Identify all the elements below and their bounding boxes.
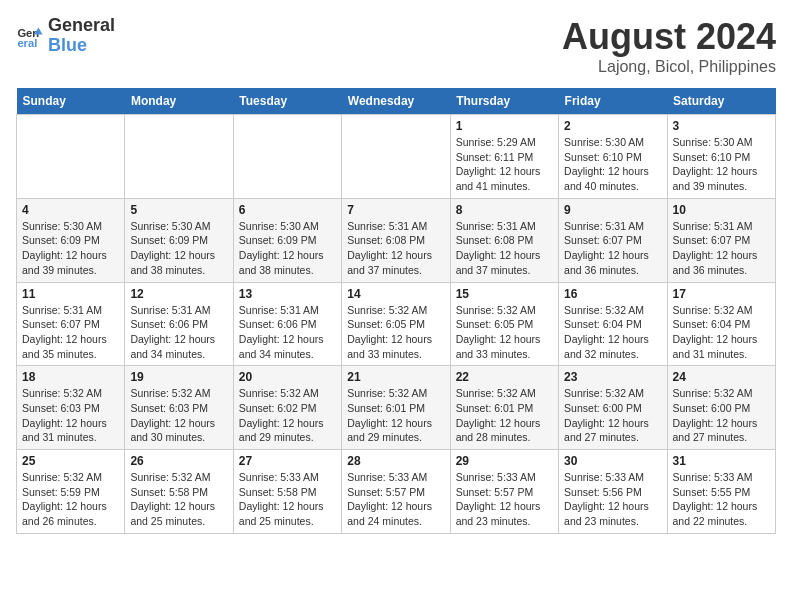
calendar-week-row: 18Sunrise: 5:32 AM Sunset: 6:03 PM Dayli…: [17, 366, 776, 450]
calendar-day-cell: 11Sunrise: 5:31 AM Sunset: 6:07 PM Dayli…: [17, 282, 125, 366]
day-number: 24: [673, 370, 770, 384]
day-info: Sunrise: 5:33 AM Sunset: 5:57 PM Dayligh…: [347, 470, 444, 529]
calendar-day-cell: 26Sunrise: 5:32 AM Sunset: 5:58 PM Dayli…: [125, 450, 233, 534]
day-number: 4: [22, 203, 119, 217]
day-info: Sunrise: 5:31 AM Sunset: 6:07 PM Dayligh…: [22, 303, 119, 362]
weekday-header-thursday: Thursday: [450, 88, 558, 115]
day-info: Sunrise: 5:33 AM Sunset: 5:57 PM Dayligh…: [456, 470, 553, 529]
calendar-day-cell: 3Sunrise: 5:30 AM Sunset: 6:10 PM Daylig…: [667, 115, 775, 199]
day-number: 9: [564, 203, 661, 217]
calendar-day-cell: [233, 115, 341, 199]
day-info: Sunrise: 5:32 AM Sunset: 6:05 PM Dayligh…: [347, 303, 444, 362]
calendar-day-cell: 23Sunrise: 5:32 AM Sunset: 6:00 PM Dayli…: [559, 366, 667, 450]
logo-icon: Gen eral: [16, 22, 44, 50]
calendar-day-cell: 10Sunrise: 5:31 AM Sunset: 6:07 PM Dayli…: [667, 198, 775, 282]
day-info: Sunrise: 5:30 AM Sunset: 6:10 PM Dayligh…: [564, 135, 661, 194]
calendar-week-row: 1Sunrise: 5:29 AM Sunset: 6:11 PM Daylig…: [17, 115, 776, 199]
day-number: 10: [673, 203, 770, 217]
calendar-week-row: 4Sunrise: 5:30 AM Sunset: 6:09 PM Daylig…: [17, 198, 776, 282]
day-number: 21: [347, 370, 444, 384]
calendar-day-cell: 30Sunrise: 5:33 AM Sunset: 5:56 PM Dayli…: [559, 450, 667, 534]
day-number: 7: [347, 203, 444, 217]
calendar-day-cell: 6Sunrise: 5:30 AM Sunset: 6:09 PM Daylig…: [233, 198, 341, 282]
day-info: Sunrise: 5:32 AM Sunset: 5:58 PM Dayligh…: [130, 470, 227, 529]
calendar-day-cell: 8Sunrise: 5:31 AM Sunset: 6:08 PM Daylig…: [450, 198, 558, 282]
calendar-day-cell: [342, 115, 450, 199]
day-number: 2: [564, 119, 661, 133]
day-number: 26: [130, 454, 227, 468]
day-number: 20: [239, 370, 336, 384]
day-info: Sunrise: 5:31 AM Sunset: 6:06 PM Dayligh…: [239, 303, 336, 362]
logo: Gen eral General Blue: [16, 16, 115, 56]
day-info: Sunrise: 5:31 AM Sunset: 6:08 PM Dayligh…: [456, 219, 553, 278]
day-info: Sunrise: 5:31 AM Sunset: 6:07 PM Dayligh…: [673, 219, 770, 278]
day-number: 18: [22, 370, 119, 384]
weekday-header-wednesday: Wednesday: [342, 88, 450, 115]
day-number: 8: [456, 203, 553, 217]
day-info: Sunrise: 5:33 AM Sunset: 5:56 PM Dayligh…: [564, 470, 661, 529]
calendar-table: SundayMondayTuesdayWednesdayThursdayFrid…: [16, 88, 776, 534]
calendar-day-cell: 25Sunrise: 5:32 AM Sunset: 5:59 PM Dayli…: [17, 450, 125, 534]
calendar-title: August 2024: [562, 16, 776, 58]
day-info: Sunrise: 5:30 AM Sunset: 6:09 PM Dayligh…: [130, 219, 227, 278]
calendar-day-cell: 31Sunrise: 5:33 AM Sunset: 5:55 PM Dayli…: [667, 450, 775, 534]
day-number: 3: [673, 119, 770, 133]
day-info: Sunrise: 5:33 AM Sunset: 5:58 PM Dayligh…: [239, 470, 336, 529]
calendar-day-cell: 16Sunrise: 5:32 AM Sunset: 6:04 PM Dayli…: [559, 282, 667, 366]
day-info: Sunrise: 5:33 AM Sunset: 5:55 PM Dayligh…: [673, 470, 770, 529]
calendar-day-cell: 22Sunrise: 5:32 AM Sunset: 6:01 PM Dayli…: [450, 366, 558, 450]
day-info: Sunrise: 5:30 AM Sunset: 6:09 PM Dayligh…: [239, 219, 336, 278]
day-number: 11: [22, 287, 119, 301]
day-info: Sunrise: 5:32 AM Sunset: 6:02 PM Dayligh…: [239, 386, 336, 445]
day-number: 29: [456, 454, 553, 468]
day-info: Sunrise: 5:29 AM Sunset: 6:11 PM Dayligh…: [456, 135, 553, 194]
day-info: Sunrise: 5:32 AM Sunset: 6:01 PM Dayligh…: [347, 386, 444, 445]
day-info: Sunrise: 5:32 AM Sunset: 6:03 PM Dayligh…: [130, 386, 227, 445]
weekday-header-sunday: Sunday: [17, 88, 125, 115]
calendar-day-cell: 2Sunrise: 5:30 AM Sunset: 6:10 PM Daylig…: [559, 115, 667, 199]
calendar-day-cell: 4Sunrise: 5:30 AM Sunset: 6:09 PM Daylig…: [17, 198, 125, 282]
day-number: 17: [673, 287, 770, 301]
calendar-day-cell: 12Sunrise: 5:31 AM Sunset: 6:06 PM Dayli…: [125, 282, 233, 366]
weekday-header-friday: Friday: [559, 88, 667, 115]
calendar-day-cell: 24Sunrise: 5:32 AM Sunset: 6:00 PM Dayli…: [667, 366, 775, 450]
day-info: Sunrise: 5:32 AM Sunset: 6:04 PM Dayligh…: [564, 303, 661, 362]
day-number: 25: [22, 454, 119, 468]
day-number: 23: [564, 370, 661, 384]
day-info: Sunrise: 5:32 AM Sunset: 6:01 PM Dayligh…: [456, 386, 553, 445]
day-info: Sunrise: 5:30 AM Sunset: 6:09 PM Dayligh…: [22, 219, 119, 278]
day-number: 6: [239, 203, 336, 217]
calendar-day-cell: 20Sunrise: 5:32 AM Sunset: 6:02 PM Dayli…: [233, 366, 341, 450]
day-info: Sunrise: 5:30 AM Sunset: 6:10 PM Dayligh…: [673, 135, 770, 194]
day-number: 14: [347, 287, 444, 301]
day-info: Sunrise: 5:32 AM Sunset: 6:04 PM Dayligh…: [673, 303, 770, 362]
calendar-week-row: 11Sunrise: 5:31 AM Sunset: 6:07 PM Dayli…: [17, 282, 776, 366]
day-number: 5: [130, 203, 227, 217]
svg-text:eral: eral: [17, 37, 37, 49]
day-info: Sunrise: 5:32 AM Sunset: 5:59 PM Dayligh…: [22, 470, 119, 529]
weekday-header-monday: Monday: [125, 88, 233, 115]
title-block: August 2024 Lajong, Bicol, Philippines: [562, 16, 776, 76]
day-info: Sunrise: 5:32 AM Sunset: 6:03 PM Dayligh…: [22, 386, 119, 445]
calendar-day-cell: 9Sunrise: 5:31 AM Sunset: 6:07 PM Daylig…: [559, 198, 667, 282]
calendar-day-cell: 27Sunrise: 5:33 AM Sunset: 5:58 PM Dayli…: [233, 450, 341, 534]
calendar-day-cell: 13Sunrise: 5:31 AM Sunset: 6:06 PM Dayli…: [233, 282, 341, 366]
weekday-header-saturday: Saturday: [667, 88, 775, 115]
calendar-week-row: 25Sunrise: 5:32 AM Sunset: 5:59 PM Dayli…: [17, 450, 776, 534]
calendar-day-cell: 21Sunrise: 5:32 AM Sunset: 6:01 PM Dayli…: [342, 366, 450, 450]
day-number: 13: [239, 287, 336, 301]
day-number: 15: [456, 287, 553, 301]
calendar-day-cell: 5Sunrise: 5:30 AM Sunset: 6:09 PM Daylig…: [125, 198, 233, 282]
calendar-day-cell: 15Sunrise: 5:32 AM Sunset: 6:05 PM Dayli…: [450, 282, 558, 366]
day-number: 31: [673, 454, 770, 468]
calendar-day-cell: 14Sunrise: 5:32 AM Sunset: 6:05 PM Dayli…: [342, 282, 450, 366]
day-number: 19: [130, 370, 227, 384]
day-info: Sunrise: 5:31 AM Sunset: 6:08 PM Dayligh…: [347, 219, 444, 278]
calendar-day-cell: [125, 115, 233, 199]
day-info: Sunrise: 5:31 AM Sunset: 6:07 PM Dayligh…: [564, 219, 661, 278]
calendar-day-cell: 28Sunrise: 5:33 AM Sunset: 5:57 PM Dayli…: [342, 450, 450, 534]
calendar-day-cell: 18Sunrise: 5:32 AM Sunset: 6:03 PM Dayli…: [17, 366, 125, 450]
calendar-subtitle: Lajong, Bicol, Philippines: [562, 58, 776, 76]
calendar-day-cell: [17, 115, 125, 199]
day-number: 22: [456, 370, 553, 384]
